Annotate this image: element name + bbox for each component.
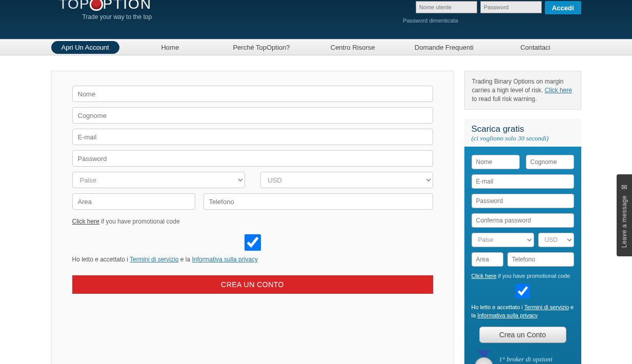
side-create-button[interactable]: Crea un Conto bbox=[479, 327, 566, 343]
area-input[interactable] bbox=[72, 193, 195, 210]
chat-tab-label: Leave a message bbox=[621, 195, 628, 248]
side-signup-form: Scarica gratis (ci vogliono solo 30 seco… bbox=[464, 119, 581, 364]
side-promo-link[interactable]: Click here bbox=[472, 273, 497, 279]
logo-o-icon bbox=[90, 0, 103, 11]
header: TOPPTION Trade your way to the top Acced… bbox=[0, 0, 632, 39]
side-name-input[interactable] bbox=[472, 155, 520, 169]
login-button[interactable]: Accedi bbox=[545, 1, 581, 14]
email-input[interactable] bbox=[72, 129, 433, 145]
nav-open-account[interactable]: Apri Un Account bbox=[51, 41, 119, 54]
medal-icon: 1st bbox=[474, 350, 494, 364]
side-header: Scarica gratis (ci vogliono solo 30 seco… bbox=[464, 119, 581, 147]
medal-row: 1st 1° broker di opzioni binarie regolam… bbox=[472, 350, 574, 364]
sidebar: Trading Binary Options on margin carries… bbox=[464, 71, 581, 364]
envelope-icon: ✉ bbox=[621, 183, 627, 191]
country-select[interactable]: Palse bbox=[72, 172, 245, 188]
terms-link[interactable]: Termini di servizio bbox=[130, 256, 178, 263]
promo-link[interactable]: Click here bbox=[72, 218, 99, 225]
surname-input[interactable] bbox=[72, 107, 433, 124]
signup-form: Palse USD Click here if you have promoti… bbox=[51, 71, 454, 364]
side-phone-input[interactable] bbox=[507, 252, 574, 267]
name-input[interactable] bbox=[72, 86, 433, 102]
side-terms-link[interactable]: Termini di servizio bbox=[524, 304, 569, 310]
forgot-password-link[interactable]: Password dimenticata bbox=[403, 17, 458, 24]
risk-warning: Trading Binary Options on margin carries… bbox=[464, 71, 581, 110]
side-privacy-link[interactable]: Informativa sulla privacy bbox=[477, 312, 538, 318]
logo-top: TOP bbox=[59, 0, 90, 12]
side-country-select[interactable]: Palse bbox=[472, 233, 534, 247]
chat-tab[interactable]: ✉ Leave a message bbox=[617, 174, 632, 256]
side-consent: Ho letto e accettato i Termini di serviz… bbox=[472, 284, 574, 319]
nav-why[interactable]: Perché TopOption? bbox=[216, 41, 307, 54]
tagline: Trade your way to the top bbox=[59, 13, 152, 21]
privacy-link[interactable]: Informativa sulla privacy bbox=[192, 256, 258, 263]
side-currency-select[interactable]: USD bbox=[538, 233, 574, 247]
side-email-input[interactable] bbox=[472, 174, 574, 189]
medal-text: 1° broker di opzioni binarie regolamenta… bbox=[499, 355, 572, 364]
side-surname-input[interactable] bbox=[526, 155, 574, 169]
side-consent-checkbox[interactable] bbox=[472, 284, 574, 298]
logo-rest: PTION bbox=[103, 0, 152, 12]
side-title: Scarica gratis bbox=[472, 124, 574, 134]
side-confirm-password-input[interactable] bbox=[472, 213, 574, 228]
password-input[interactable] bbox=[480, 1, 542, 13]
nav-contact[interactable]: Contattaci bbox=[490, 41, 581, 54]
side-password-input[interactable] bbox=[472, 194, 574, 208]
side-subtitle: (ci vogliono solo 30 secondi) bbox=[472, 134, 574, 143]
nav-home[interactable]: Home bbox=[125, 41, 216, 54]
logo[interactable]: TOPPTION Trade your way to the top bbox=[59, 0, 152, 21]
nav-resources[interactable]: Centro Risorse bbox=[307, 41, 398, 54]
currency-select[interactable]: USD bbox=[260, 172, 433, 188]
side-promo: Click here if you have promotional code bbox=[472, 273, 574, 279]
phone-input[interactable] bbox=[203, 193, 433, 210]
nav-faq[interactable]: Domande Frequenti bbox=[398, 41, 490, 54]
consent-row: Ho letto e accettato i Termini di serviz… bbox=[72, 234, 433, 263]
side-area-input[interactable] bbox=[472, 252, 503, 267]
password-field[interactable] bbox=[72, 150, 433, 167]
promo-text: Click here if you have promotional code bbox=[72, 218, 433, 225]
risk-link[interactable]: Click here bbox=[545, 87, 572, 94]
navbar: Apri Un Account Home Perché TopOption? C… bbox=[0, 39, 632, 55]
username-input[interactable] bbox=[416, 1, 477, 13]
login-box: Accedi bbox=[416, 1, 581, 14]
create-account-button[interactable]: CREA UN CONTO bbox=[72, 275, 433, 294]
main-container: Palse USD Click here if you have promoti… bbox=[51, 71, 581, 364]
consent-checkbox[interactable] bbox=[72, 234, 433, 251]
